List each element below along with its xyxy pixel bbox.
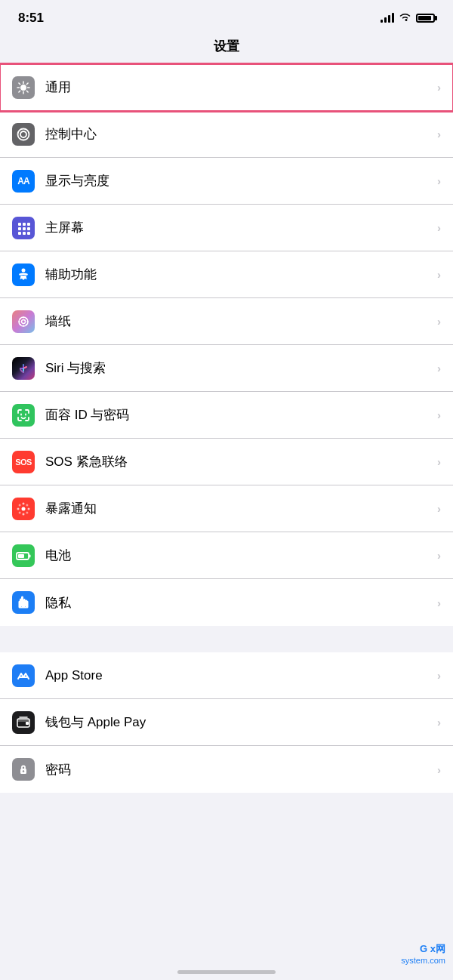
privacy-chevron: › <box>437 596 441 609</box>
accessibility-icon <box>12 263 35 286</box>
status-time: 8:51 <box>18 11 44 26</box>
settings-item-passwords[interactable]: 密码 › <box>0 746 453 793</box>
svg-point-13 <box>22 319 26 323</box>
display-label: 显示与亮度 <box>45 172 431 190</box>
faceid-icon <box>12 404 35 427</box>
settings-section-1: 通用 › 控制中心 › AA 显示与亮度 › <box>0 64 453 626</box>
battery-label: 电池 <box>45 547 431 564</box>
settings-item-faceid[interactable]: 面容 ID 与密码 › <box>0 392 453 439</box>
svg-point-16 <box>19 321 20 322</box>
svg-point-23 <box>23 502 25 504</box>
status-icons <box>381 13 435 24</box>
home-indicator <box>177 970 276 974</box>
settings-item-general[interactable]: 通用 › <box>0 64 453 111</box>
exposure-icon <box>12 498 35 520</box>
settings-item-siri[interactable]: Siri 与搜索 › <box>0 345 453 392</box>
battery-chevron: › <box>437 549 441 562</box>
control-center-chevron: › <box>437 128 441 140</box>
general-icon <box>12 76 35 99</box>
svg-point-15 <box>23 325 24 326</box>
appstore-label: App Store <box>45 668 431 683</box>
svg-point-11 <box>22 268 26 272</box>
svg-point-17 <box>27 321 29 322</box>
settings-item-appstore[interactable]: App Store › <box>0 652 453 699</box>
settings-item-homescreen[interactable]: 主屏幕 › <box>0 205 453 251</box>
svg-point-25 <box>17 507 20 510</box>
wallet-icon <box>12 711 35 734</box>
svg-point-28 <box>26 511 28 513</box>
sos-label: SOS 紧急联络 <box>45 453 431 470</box>
control-center-icon <box>12 123 35 146</box>
settings-item-wallet[interactable]: 钱包与 Apple Pay › <box>0 699 453 746</box>
settings-item-display[interactable]: AA 显示与亮度 › <box>0 158 453 205</box>
wallpaper-label: 墙纸 <box>45 313 431 330</box>
svg-point-24 <box>23 513 25 515</box>
wallpaper-icon <box>12 310 35 333</box>
wallet-label: 钱包与 Apple Pay <box>45 713 431 731</box>
settings-item-wallpaper[interactable]: 墙纸 › <box>0 298 453 345</box>
svg-point-21 <box>20 323 21 325</box>
svg-point-19 <box>26 323 27 325</box>
passwords-icon <box>12 758 35 781</box>
svg-point-20 <box>26 318 27 319</box>
siri-label: Siri 与搜索 <box>45 359 431 377</box>
control-center-label: 控制中心 <box>45 125 431 143</box>
exposure-chevron: › <box>437 502 441 515</box>
svg-point-29 <box>26 504 28 506</box>
appstore-icon <box>12 664 35 687</box>
privacy-label: 隐私 <box>45 594 431 612</box>
appstore-chevron: › <box>437 669 441 682</box>
settings-item-control-center[interactable]: 控制中心 › <box>0 111 453 158</box>
settings-item-sos[interactable]: SOS SOS 紧急联络 › <box>0 439 453 485</box>
signal-icon <box>381 14 394 23</box>
settings-list-2: App Store › 钱包与 Apple Pay › <box>0 652 453 793</box>
homescreen-chevron: › <box>437 221 441 234</box>
svg-rect-33 <box>18 554 24 558</box>
display-chevron: › <box>437 174 441 187</box>
homescreen-icon <box>12 217 35 239</box>
exposure-label: 暴露通知 <box>45 500 431 517</box>
svg-rect-38 <box>17 719 29 722</box>
siri-icon <box>12 357 35 380</box>
watermark: G x网 system.com <box>401 942 445 965</box>
settings-item-battery[interactable]: 电池 › <box>0 532 453 579</box>
svg-point-14 <box>23 316 24 318</box>
display-icon: AA <box>12 170 35 193</box>
accessibility-chevron: › <box>437 268 441 281</box>
svg-point-9 <box>18 128 29 140</box>
faceid-label: 面容 ID 与密码 <box>45 406 431 424</box>
settings-item-privacy[interactable]: 隐私 › <box>0 579 453 626</box>
svg-point-26 <box>28 507 30 510</box>
homescreen-label: 主屏幕 <box>45 219 431 236</box>
svg-point-27 <box>19 504 21 506</box>
passwords-chevron: › <box>437 763 441 776</box>
svg-rect-32 <box>29 554 31 557</box>
sos-icon: SOS <box>12 451 35 473</box>
svg-point-30 <box>19 511 21 513</box>
settings-section-2: App Store › 钱包与 Apple Pay › <box>0 652 453 793</box>
privacy-icon <box>12 591 35 614</box>
general-label: 通用 <box>45 79 431 96</box>
settings-list-1: 通用 › 控制中心 › AA 显示与亮度 › <box>0 64 453 626</box>
status-bar: 8:51 <box>0 0 453 32</box>
svg-point-42 <box>23 770 24 772</box>
general-chevron: › <box>437 81 441 94</box>
accessibility-label: 辅助功能 <box>45 266 431 283</box>
page-title: 设置 <box>0 32 453 64</box>
svg-point-10 <box>20 131 26 137</box>
battery-icon <box>416 14 435 23</box>
wallet-chevron: › <box>437 716 441 729</box>
passwords-label: 密码 <box>45 761 431 778</box>
siri-chevron: › <box>437 362 441 374</box>
settings-item-accessibility[interactable]: 辅助功能 › <box>0 251 453 298</box>
faceid-chevron: › <box>437 408 441 421</box>
sos-chevron: › <box>437 455 441 468</box>
svg-point-22 <box>22 507 26 510</box>
svg-rect-39 <box>26 722 29 725</box>
wallpaper-chevron: › <box>437 315 441 328</box>
battery-settings-icon <box>12 544 35 567</box>
wifi-icon <box>399 11 411 24</box>
settings-item-exposure[interactable]: 暴露通知 › <box>0 485 453 532</box>
svg-point-18 <box>20 318 21 319</box>
